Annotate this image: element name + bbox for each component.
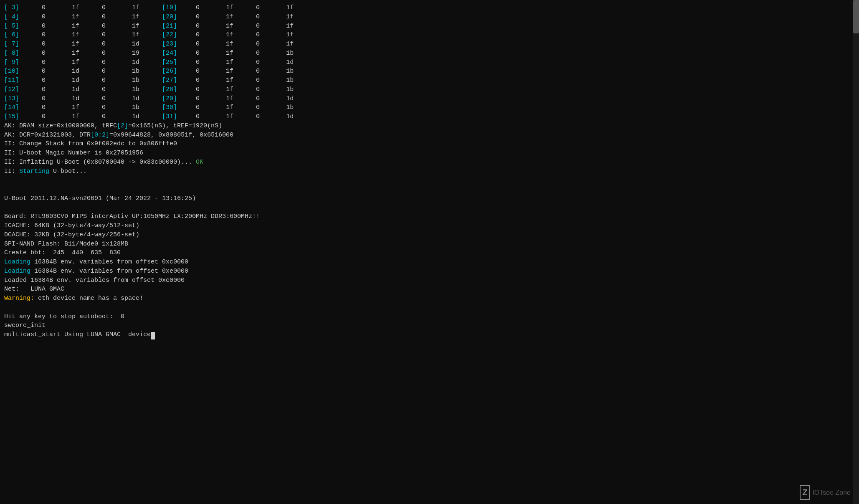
terminal-line [4, 185, 855, 194]
terminal-line: [ 5] 0 1f 0 1f [21] 0 1f 0 1f [4, 22, 855, 31]
terminal-line: [10] 0 1d 0 1b [26] 0 1f 0 1b [4, 67, 855, 76]
terminal-line: [13] 0 1d 0 1d [29] 0 1f 0 1d [4, 94, 855, 104]
terminal-line: Board: RTL9603CVD MIPS interAptiv UP:105… [4, 212, 855, 221]
terminal-line: [15] 0 1f 0 1d [31] 0 1f 0 1d [4, 112, 855, 122]
terminal-line: Loaded 16384B env. variables from offset… [4, 276, 855, 285]
terminal-line: U-Boot 2011.12.NA-svn20691 (Mar 24 2022 … [4, 194, 855, 203]
terminal-line: AK: DRAM size=0x10000000, tRFC[2]=0x165(… [4, 122, 855, 131]
terminal-output: [ 3] 0 1f 0 1f [19] 0 1f 0 1f[ 4] 0 1f 0… [4, 3, 855, 339]
terminal-line [4, 303, 855, 312]
watermark-text: IOTsec-Zone [812, 488, 851, 497]
terminal-line [4, 176, 855, 185]
terminal-line: [ 8] 0 1f 0 19 [24] 0 1f 0 1b [4, 49, 855, 58]
terminal-line: DCACHE: 32KB (32-byte/4-way/256-set) [4, 230, 855, 240]
watermark-logo: Z [800, 485, 810, 500]
terminal-line: [ 6] 0 1f 0 1f [22] 0 1f 0 1f [4, 30, 855, 40]
terminal-line: AK: DCR=0x21321003, DTR[0:2]=0x99644828,… [4, 131, 855, 140]
terminal-line: swcore_init [4, 321, 855, 330]
terminal-line: Create bbt: 245 440 635 830 [4, 248, 855, 258]
terminal-line: II: Starting U-boot... [4, 167, 855, 176]
terminal-line: [11] 0 1d 0 1b [27] 0 1f 0 1b [4, 76, 855, 85]
terminal-line: II: Change Stack from 0x9f002edc to 0x80… [4, 139, 855, 149]
terminal-line: Warning: eth device name has a space! [4, 294, 855, 303]
terminal-line [4, 203, 855, 213]
scrollbar[interactable] [853, 0, 859, 504]
terminal-line: SPI-NAND Flash: B11/Mode0 1x128MB [4, 240, 855, 249]
cursor [151, 332, 155, 339]
terminal-line: Net: LUNA GMAC [4, 285, 855, 294]
scrollbar-thumb[interactable] [853, 0, 859, 33]
terminal-line: [ 9] 0 1f 0 1d [25] 0 1f 0 1d [4, 58, 855, 67]
terminal-line: II: U-boot Magic Number is 0x27051956 [4, 149, 855, 158]
terminal-line: Hit any key to stop autoboot: 0 [4, 312, 855, 322]
terminal-line: Loading 16384B env. variables from offse… [4, 267, 855, 276]
terminal-line: Loading 16384B env. variables from offse… [4, 258, 855, 267]
terminal-line: [ 3] 0 1f 0 1f [19] 0 1f 0 1f [4, 3, 855, 13]
terminal: [ 3] 0 1f 0 1f [19] 0 1f 0 1f[ 4] 0 1f 0… [0, 0, 859, 504]
terminal-line: multicast_start Using LUNA GMAC device [4, 330, 855, 339]
terminal-line: [12] 0 1d 0 1b [28] 0 1f 0 1b [4, 85, 855, 94]
terminal-line: ICACHE: 64KB (32-byte/4-way/512-set) [4, 221, 855, 230]
terminal-line: [ 4] 0 1f 0 1f [20] 0 1f 0 1f [4, 13, 855, 22]
terminal-line: [ 7] 0 1f 0 1d [23] 0 1f 0 1f [4, 40, 855, 49]
watermark: Z IOTsec-Zone [800, 485, 851, 500]
terminal-line: [14] 0 1f 0 1b [30] 0 1f 0 1b [4, 103, 855, 112]
terminal-line: II: Inflating U-Boot (0x80700040 -> 0x83… [4, 158, 855, 167]
